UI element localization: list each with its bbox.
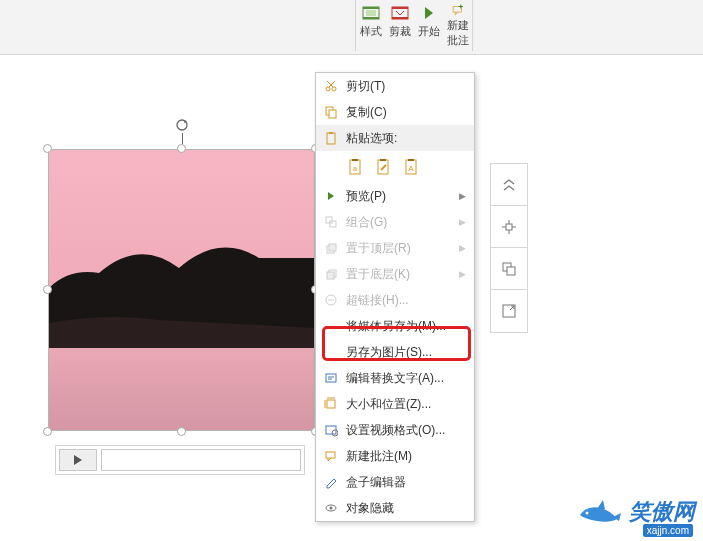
menu-set-video-format[interactable]: 设置视频格式(O)... [316,417,474,443]
paste-keep-source[interactable]: a [344,155,368,179]
layers-icon [500,260,518,278]
menu-new-comment[interactable]: 新建批注(M) [316,443,474,469]
menu-cut[interactable]: 剪切(T) [316,73,474,99]
side-tool-panel [490,163,528,333]
svg-rect-16 [329,110,336,118]
svg-rect-28 [330,221,336,227]
expand-icon [500,302,518,320]
svg-rect-20 [352,159,358,161]
crop-button[interactable]: 剪裁 [385,0,414,51]
menu-copy[interactable]: 复制(C) [316,99,474,125]
resize-handle-bl[interactable] [43,427,52,436]
menu-edit-alt-text-label: 编辑替换文字(A)... [346,370,444,387]
menu-box-editor-label: 盒子编辑器 [346,474,406,491]
rotate-handle[interactable] [174,117,190,133]
bring-front-icon [322,240,340,256]
comment-small-icon [322,448,340,464]
copy-icon [322,104,340,120]
align-center-button[interactable] [491,206,527,248]
svg-point-41 [586,512,589,515]
play-button[interactable] [59,449,97,471]
svg-rect-3 [366,10,376,16]
menu-save-as-picture[interactable]: 另存为图片(S)... [316,339,474,365]
menu-box-editor[interactable]: 盒子编辑器 [316,469,474,495]
style-button[interactable]: 样式 [356,0,385,51]
video-thumbnail[interactable] [48,149,315,431]
submenu-arrow-icon: ▶ [459,217,466,227]
hide-icon [322,500,340,516]
menu-hyperlink: 超链接(H)... [316,287,474,313]
menu-size-position[interactable]: 大小和位置(Z)... [316,391,474,417]
svg-point-37 [332,430,338,436]
menu-bring-front: 置于顶层(R) ▶ [316,235,474,261]
video-object-selected[interactable] [48,149,315,431]
svg-rect-23 [380,159,386,161]
svg-rect-30 [329,244,336,251]
svg-rect-35 [327,400,335,408]
ribbon-video-tools-group: 样式 剪裁 开始 新建 批注 [355,0,473,51]
resize-handle-t[interactable] [177,144,186,153]
menu-edit-alt-text[interactable]: 编辑替换文字(A)... [316,365,474,391]
menu-save-as-picture-label: 另存为图片(S)... [346,344,432,361]
resize-handle-b[interactable] [177,427,186,436]
svg-rect-17 [327,133,335,144]
paste-merge[interactable] [372,155,396,179]
start-label: 开始 [418,24,440,39]
menu-preview[interactable]: 预览(P) ▶ [316,183,474,209]
play-triangle-icon [73,454,83,466]
context-menu: 剪切(T) 复制(C) 粘贴选项: a A 预览(P) ▶ 组合(G) ▶ 置于… [315,72,475,522]
svg-rect-11 [507,267,515,275]
arrange-button[interactable] [491,248,527,290]
chevron-up-double-icon [501,178,517,192]
menu-hyperlink-label: 超链接(H)... [346,292,409,309]
menu-set-video-format-label: 设置视频格式(O)... [346,422,445,439]
menu-copy-label: 复制(C) [346,104,387,121]
rotate-connector [182,133,183,144]
align-center-icon [500,218,518,236]
edit-icon [322,474,340,490]
menu-object-hide[interactable]: 对象隐藏 [316,495,474,521]
svg-rect-18 [329,132,333,134]
resize-handle-l[interactable] [43,285,52,294]
menu-group: 组合(G) ▶ [316,209,474,235]
svg-rect-32 [327,272,334,279]
start-button[interactable]: 开始 [414,0,443,51]
watermark-text: 笑傲网 [629,497,695,527]
video-frame-mountains [49,228,315,348]
video-playbar [55,445,305,475]
menu-save-media-as[interactable]: 将媒体另存为(M)... [316,313,474,339]
menu-save-media-as-label: 将媒体另存为(M)... [346,318,446,335]
svg-text:a: a [353,165,357,172]
menu-send-back: 置于底层(K) ▶ [316,261,474,287]
resize-handle-tl[interactable] [43,144,52,153]
submenu-arrow-icon: ▶ [459,243,466,253]
new-comment-button[interactable]: 新建 批注 [443,0,472,51]
svg-point-14 [332,87,336,91]
svg-rect-1 [363,7,379,9]
send-back-icon [322,266,340,282]
video-frame-water [49,348,314,430]
play-icon [419,3,439,23]
clipboard-brush-icon [375,158,393,176]
submenu-arrow-icon: ▶ [459,269,466,279]
comment-icon [451,3,465,17]
play-small-icon [322,188,340,204]
collapse-button[interactable] [491,164,527,206]
svg-rect-5 [392,7,408,9]
svg-rect-6 [392,17,408,19]
svg-rect-9 [506,224,512,230]
fit-button[interactable] [491,290,527,332]
svg-rect-25 [408,159,414,161]
menu-send-back-label: 置于底层(K) [346,266,410,283]
group-icon [322,214,340,230]
blank-icon [322,318,340,334]
submenu-arrow-icon: ▶ [459,191,466,201]
menu-paste-options-header: 粘贴选项: [316,125,474,151]
watermark-url: xajjn.com [643,524,693,537]
paste-options-row: a A [316,151,474,183]
play-progress-track[interactable] [101,449,301,471]
menu-bring-front-label: 置于顶层(R) [346,240,411,257]
format-icon [322,422,340,438]
paste-text-only[interactable]: A [400,155,424,179]
scissors-icon [322,78,340,94]
